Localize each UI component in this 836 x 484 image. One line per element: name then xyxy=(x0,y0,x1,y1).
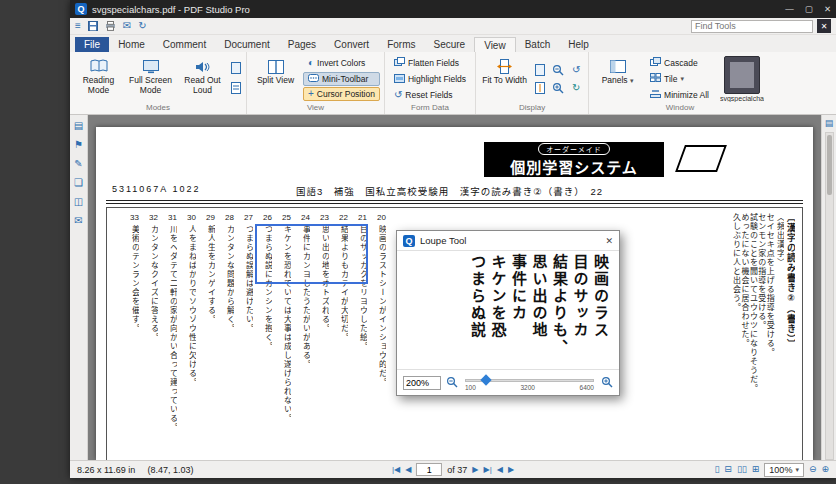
panels-label: Panels xyxy=(602,75,628,85)
find-close-icon[interactable]: ✕ xyxy=(817,19,831,33)
parallelogram-mark xyxy=(675,145,727,172)
signatures-panel-icon[interactable]: ✎ xyxy=(74,159,82,169)
worksheet-header: 国語3 補強 国私立高校受験用 漢字の読み書き②（書き） 22 xyxy=(296,184,603,198)
history-back-icon[interactable]: ◀ xyxy=(497,466,503,474)
tab-secure[interactable]: Secure xyxy=(424,37,474,52)
fit-height-icon[interactable] xyxy=(532,80,548,96)
fit-to-width-button[interactable]: Fit To Width xyxy=(480,54,529,103)
tab-forms[interactable]: Forms xyxy=(378,37,424,52)
invert-colors-button[interactable]: ◐ Invert Colors xyxy=(303,56,380,70)
tab-file[interactable]: File xyxy=(75,37,109,52)
tab-document[interactable]: Document xyxy=(215,37,279,52)
vertical-scrollbar[interactable] xyxy=(825,132,834,460)
question-column: 33 美術のテンラン会を催す。 xyxy=(125,213,144,453)
split-view-label: Split View xyxy=(257,76,294,86)
zoom-level-select[interactable]: 100% ▾ xyxy=(764,463,804,477)
right-panel-bar: ▤ xyxy=(821,115,836,460)
tab-help[interactable]: Help xyxy=(559,37,598,52)
status-zoom-out-icon[interactable]: ⊖ xyxy=(809,465,817,474)
next-page-icon[interactable]: ▶ xyxy=(472,466,478,474)
save-icon[interactable] xyxy=(88,21,98,31)
fit-to-width-icon xyxy=(497,57,512,76)
view-controls: ▯ ⊟ ▯▯ ⊞ 100% ▾ ⊖ ⊕ xyxy=(714,463,829,477)
loupe-text-line: 結果よりも、 xyxy=(550,254,570,368)
history-forward-icon[interactable]: ▶ xyxy=(508,466,514,474)
single-page-layout-icon[interactable]: ▯ xyxy=(714,465,719,474)
layers-panel-icon[interactable]: ◫ xyxy=(74,197,83,207)
attachments-panel-icon[interactable]: ❏ xyxy=(74,178,83,188)
thumbnails-panel-icon[interactable]: ▤ xyxy=(74,121,83,131)
question-column: 32 カンタンなクイズに答える。 xyxy=(144,213,163,453)
question-column: 30 人をまねばかりでソウゾウ性に欠ける。 xyxy=(182,213,201,453)
mini-toolbar-button[interactable]: Mini-Toolbar xyxy=(303,72,380,86)
cursor-coordinates: (8.47, 1.03) xyxy=(147,465,193,475)
tab-pages[interactable]: Pages xyxy=(279,37,325,52)
tab-batch[interactable]: Batch xyxy=(516,37,560,52)
last-page-icon[interactable]: ▶| xyxy=(484,466,492,474)
loupe-text-line: 思い出の地 xyxy=(529,254,549,368)
cascade-button[interactable]: Cascade xyxy=(645,55,714,70)
facing-pages-layout-icon[interactable]: ▯▯ xyxy=(737,465,747,474)
reading-mode-button[interactable]: Reading Mode xyxy=(74,54,123,103)
page-view-alt-icon[interactable] xyxy=(231,80,241,98)
continuous-layout-icon[interactable]: ⊟ xyxy=(724,465,732,474)
question-text: カンタンな問題から解く。 xyxy=(226,225,234,453)
close-button[interactable]: ✕ xyxy=(824,4,831,14)
scrollbar-thumb[interactable] xyxy=(827,135,832,195)
loupe-zoom-in-icon[interactable] xyxy=(601,374,613,392)
tab-view[interactable]: View xyxy=(474,37,516,53)
app-logo-icon: Q xyxy=(75,3,87,15)
question-text: 人をまねばかりでソウゾウ性に欠ける。 xyxy=(188,225,196,453)
flatten-fields-button[interactable]: Flatten Fields xyxy=(389,55,471,70)
slider-label-mid: 3200 xyxy=(520,384,534,391)
question-number: 23 xyxy=(320,213,329,222)
open-document-thumbnail[interactable]: svgspecialchars xyxy=(717,54,767,103)
find-tools-input[interactable] xyxy=(691,20,813,33)
comments-panel-icon[interactable]: ✉ xyxy=(74,216,82,226)
zoom-in-tool-icon[interactable] xyxy=(550,80,566,96)
previous-page-icon[interactable]: ◀ xyxy=(405,466,411,474)
tab-comment[interactable]: Comment xyxy=(154,37,215,52)
page-navigation: |◀ ◀ of 37 ▶ ▶| ◀ ▶ xyxy=(392,463,514,476)
refresh-icon[interactable]: ↻ xyxy=(138,21,146,31)
tab-convert[interactable]: Convert xyxy=(325,37,378,52)
minimize-all-button[interactable]: Minimize All xyxy=(645,87,714,102)
tab-home[interactable]: Home xyxy=(109,37,154,52)
loupe-text-line: キケンを恐 xyxy=(488,254,508,368)
print-icon[interactable] xyxy=(105,21,116,31)
highlight-fields-button[interactable]: Highlight Fields xyxy=(389,72,471,87)
loupe-close-icon[interactable]: ✕ xyxy=(605,236,613,246)
rotate-left-icon[interactable]: ↺ xyxy=(568,62,584,78)
full-screen-mode-button[interactable]: Full Screen Mode xyxy=(126,54,175,103)
full-screen-mode-label: Full Screen Mode xyxy=(127,76,174,96)
page-view-icon[interactable] xyxy=(231,60,241,78)
loupe-tool-dialog[interactable]: Q Loupe Tool ✕ 映画のラス 目のサッカ 結果よりも、 思い出の地 … xyxy=(396,230,620,396)
grid-layout-icon[interactable]: ⊞ xyxy=(752,465,760,474)
bookmarks-panel-icon[interactable]: ⚑ xyxy=(74,140,83,150)
loupe-source-rectangle[interactable] xyxy=(255,224,368,284)
menu-icon[interactable]: ≡ xyxy=(75,21,81,31)
rotate-right-icon[interactable]: ↻ xyxy=(568,80,584,96)
loupe-title: Loupe Tool xyxy=(420,235,466,246)
email-icon[interactable]: ✉ xyxy=(123,21,131,31)
status-zoom-in-icon[interactable]: ⊕ xyxy=(821,465,829,474)
read-out-loud-button[interactable]: Read Out Loud xyxy=(178,54,227,103)
loupe-zoom-slider[interactable]: 100 3200 6400 xyxy=(463,374,596,392)
question-number: 33 xyxy=(130,213,139,222)
zoom-out-tool-icon[interactable] xyxy=(550,62,566,78)
loupe-title-bar[interactable]: Q Loupe Tool ✕ xyxy=(397,231,619,251)
fit-page-icon[interactable] xyxy=(532,62,548,78)
loupe-zoom-input[interactable] xyxy=(403,376,441,390)
loupe-zoom-out-icon[interactable] xyxy=(446,374,458,392)
panels-button[interactable]: Panels ▾ xyxy=(593,54,642,103)
cursor-position-button[interactable]: + Cursor Position xyxy=(303,87,380,101)
page-number-input[interactable] xyxy=(416,463,442,476)
tile-button[interactable]: Tile ▾ xyxy=(645,71,714,86)
question-number: 27 xyxy=(244,213,253,222)
minimize-button[interactable]: — xyxy=(785,4,794,14)
first-page-icon[interactable]: |◀ xyxy=(392,466,400,474)
maximize-button[interactable]: ▢ xyxy=(805,4,813,14)
split-view-button[interactable]: Split View xyxy=(251,54,300,103)
reset-fields-button[interactable]: ↺ Reset Fields xyxy=(389,88,471,102)
panel-toggle-icon[interactable]: ▤ xyxy=(825,118,834,128)
